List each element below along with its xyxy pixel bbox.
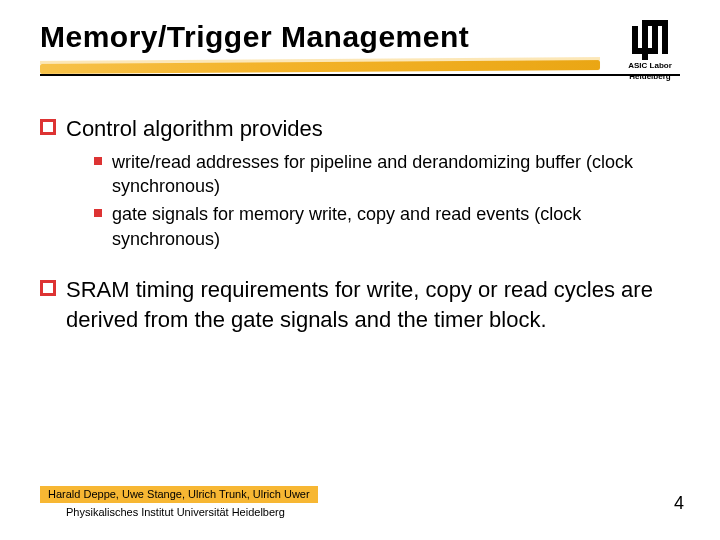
bullet-item: Control algorithm provides (40, 114, 668, 144)
header: Memory/Trigger Management ASIC Labor Hei… (40, 20, 680, 78)
sub-bullet-text: write/read addresses for pipeline and de… (112, 150, 668, 199)
page-number: 4 (674, 493, 684, 514)
logo-icon (610, 20, 690, 60)
svg-rect-4 (632, 48, 658, 54)
sub-bullet-item: write/read addresses for pipeline and de… (94, 150, 668, 199)
bullet-text: Control algorithm provides (66, 114, 323, 144)
divider-line (40, 74, 680, 76)
bullet-text: SRAM timing requirements for write, copy… (66, 275, 668, 334)
filled-square-icon (94, 209, 102, 217)
hollow-square-icon (40, 119, 56, 135)
brush-stroke (40, 60, 600, 74)
content-area: Control algorithm provides write/read ad… (40, 114, 680, 334)
footer: Harald Deppe, Uwe Stange, Ulrich Trunk, … (40, 484, 318, 518)
slide-title: Memory/Trigger Management (40, 20, 680, 54)
title-underline (40, 60, 680, 78)
footer-highlight: Harald Deppe, Uwe Stange, Ulrich Trunk, … (40, 486, 318, 503)
filled-square-icon (94, 157, 102, 165)
svg-rect-5 (642, 20, 668, 26)
hollow-square-icon (40, 280, 56, 296)
slide: Memory/Trigger Management ASIC Labor Hei… (0, 0, 720, 540)
footer-authors: Harald Deppe, Uwe Stange, Ulrich Trunk, … (48, 488, 310, 500)
footer-institution: Physikalisches Institut Universität Heid… (40, 506, 318, 518)
sub-bullet-text: gate signals for memory write, copy and … (112, 202, 668, 251)
svg-rect-1 (642, 26, 648, 60)
bullet-item: SRAM timing requirements for write, copy… (40, 275, 668, 334)
sub-bullet-item: gate signals for memory write, copy and … (94, 202, 668, 251)
sub-list: write/read addresses for pipeline and de… (94, 150, 668, 251)
